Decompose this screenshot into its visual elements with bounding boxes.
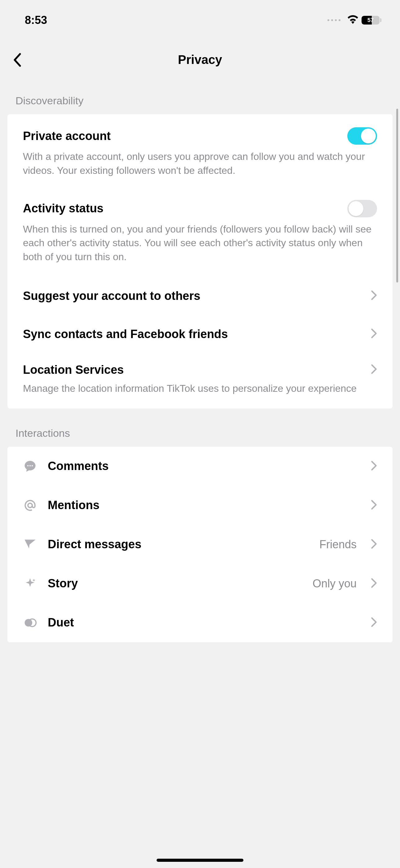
cellular-dots [328, 19, 340, 21]
duet-row[interactable]: Duet [7, 603, 393, 642]
mentions-row[interactable]: Mentions [7, 486, 393, 525]
sync-contacts-row[interactable]: Sync contacts and Facebook friends [7, 315, 393, 353]
direct-messages-label: Direct messages [48, 538, 309, 551]
status-bar: 8:53 57 [0, 0, 400, 37]
back-button[interactable] [12, 53, 22, 67]
wifi-icon [347, 15, 359, 25]
chevron-right-icon [371, 538, 377, 550]
story-value: Only you [312, 577, 357, 590]
battery-icon: 57 [362, 16, 381, 25]
private-account-desc: With a private account, only users you a… [23, 145, 377, 186]
mention-icon [23, 498, 37, 513]
mentions-label: Mentions [48, 499, 360, 512]
story-row[interactable]: Story Only you [7, 564, 393, 603]
activity-status-desc: When this is turned on, you and your fri… [23, 217, 377, 272]
suggest-account-row[interactable]: Suggest your account to others [7, 277, 393, 315]
chevron-right-icon [371, 364, 377, 376]
chevron-right-icon [371, 290, 377, 302]
send-icon [23, 537, 37, 552]
chevron-right-icon [371, 499, 377, 511]
direct-messages-row[interactable]: Direct messages Friends [7, 525, 393, 564]
status-time: 8:53 [25, 14, 47, 27]
svg-point-2 [32, 465, 33, 466]
svg-point-1 [29, 465, 31, 466]
status-indicators: 57 [328, 15, 381, 25]
chevron-right-icon [371, 460, 377, 472]
comments-label: Comments [48, 460, 360, 473]
activity-status-row: Activity status When this is turned on, … [7, 191, 393, 277]
chevron-right-icon [371, 328, 377, 340]
activity-status-title: Activity status [23, 202, 104, 215]
location-services-row[interactable]: Location Services Manage the location in… [7, 353, 393, 408]
story-label: Story [48, 577, 302, 590]
svg-point-0 [27, 465, 29, 466]
chevron-right-icon [371, 617, 377, 629]
discoverability-card: Private account With a private account, … [7, 114, 393, 408]
duet-icon [23, 616, 37, 630]
chevron-right-icon [371, 578, 377, 590]
section-header-discoverability: Discoverability [0, 85, 400, 114]
sync-contacts-title: Sync contacts and Facebook friends [23, 328, 228, 341]
private-account-row: Private account With a private account, … [7, 114, 393, 191]
private-account-title: Private account [23, 129, 111, 143]
suggest-account-title: Suggest your account to others [23, 289, 200, 303]
duet-label: Duet [48, 616, 360, 629]
comment-icon [23, 459, 37, 473]
home-indicator[interactable] [157, 859, 243, 862]
section-header-interactions: Interactions [0, 408, 400, 447]
nav-header: Privacy [0, 37, 400, 85]
activity-status-toggle[interactable] [347, 200, 377, 217]
page-title: Privacy [178, 53, 222, 67]
location-services-title: Location Services [23, 363, 124, 377]
private-account-toggle[interactable] [347, 127, 377, 145]
comments-row[interactable]: Comments [7, 447, 393, 486]
sparkle-icon [23, 577, 37, 591]
location-services-desc: Manage the location information TikTok u… [23, 377, 377, 404]
direct-messages-value: Friends [320, 538, 357, 551]
scroll-indicator[interactable] [396, 108, 398, 282]
interactions-card: Comments Mentions Direct messages Friend… [7, 447, 393, 642]
